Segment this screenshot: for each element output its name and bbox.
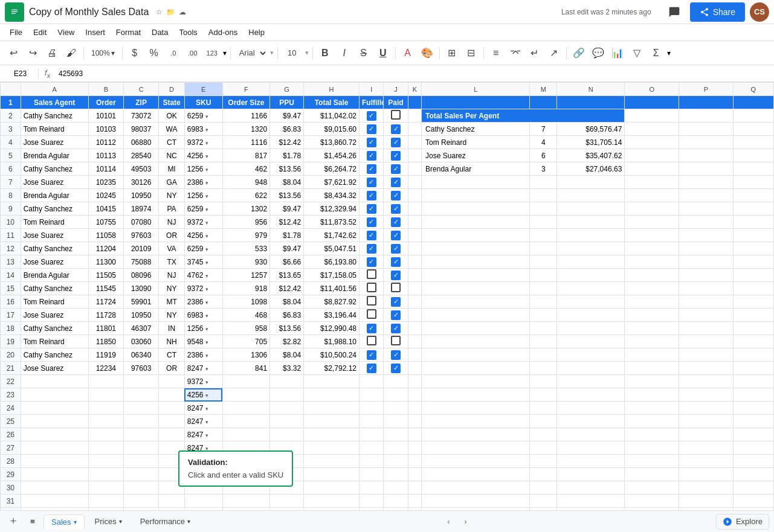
col-B-hdr[interactable]: Order	[88, 96, 123, 109]
cell-order-size[interactable]: 622	[222, 189, 269, 202]
tab-performance[interactable]: Performance ▾	[132, 514, 198, 529]
col-header-D[interactable]: D	[159, 83, 185, 96]
star-icon[interactable]: ☆	[156, 8, 163, 16]
checkbox[interactable]	[391, 164, 401, 174]
cell-sku[interactable]: 9548 ▾	[184, 335, 222, 348]
cell-zip[interactable]: 59901	[123, 295, 158, 309]
cell-state[interactable]: WA	[159, 123, 185, 136]
cell-state[interactable]: PA	[159, 202, 185, 216]
cell-ppu[interactable]: $2.82	[270, 335, 304, 348]
col-C-hdr[interactable]: ZIP	[123, 96, 158, 109]
cell-state[interactable]: NJ	[159, 216, 185, 229]
cell-sku[interactable]: 6983 ▾	[184, 309, 222, 322]
cell-total[interactable]: $5,047.51	[304, 242, 360, 255]
cell-sku-extra[interactable]: 8247 ▾	[184, 415, 222, 428]
cell-reference-input[interactable]	[2, 68, 39, 79]
col-H-hdr[interactable]: Total Sale	[304, 96, 360, 109]
row-header-2[interactable]: 2	[1, 109, 21, 123]
cell-order[interactable]: 11204	[88, 242, 123, 255]
cell-order-size[interactable]: 817	[222, 149, 269, 162]
cell-fulfilled[interactable]	[360, 229, 384, 242]
cell-agent[interactable]: Jose Suarez	[21, 362, 88, 375]
row-header-17[interactable]: 17	[1, 309, 21, 322]
cell-total[interactable]: $8,827.92	[304, 295, 360, 309]
cell-paid[interactable]	[384, 136, 408, 149]
cell-sku[interactable]: 4762 ▾	[184, 269, 222, 282]
checkbox[interactable]	[367, 138, 376, 147]
cell-total[interactable]: $13,860.72	[304, 136, 360, 149]
cell-zip[interactable]: 06340	[123, 348, 158, 362]
cell-total[interactable]: $12,329.94	[304, 202, 360, 216]
cell-fulfilled[interactable]	[360, 123, 384, 136]
col-header-I[interactable]: I	[360, 83, 384, 96]
checkbox[interactable]	[391, 336, 401, 345]
cell-agent[interactable]: Tom Reinard	[21, 295, 88, 309]
cell-state[interactable]: VA	[159, 242, 185, 255]
cell-paid[interactable]	[384, 348, 408, 362]
cell-order[interactable]: 11728	[88, 309, 123, 322]
cell-order-size[interactable]: 1098	[222, 295, 269, 309]
checkbox[interactable]	[391, 204, 401, 214]
fill-color-button[interactable]: 🎨	[419, 45, 436, 62]
menu-edit[interactable]: Edit	[28, 27, 51, 38]
checkbox[interactable]	[391, 257, 401, 267]
cell-sku[interactable]: 9372 ▾	[184, 282, 222, 295]
cell-order[interactable]: 10415	[88, 202, 123, 216]
menu-format[interactable]: Format	[111, 27, 146, 38]
user-avatar[interactable]: CS	[750, 2, 769, 22]
checkbox[interactable]	[367, 309, 376, 319]
row-header-31[interactable]: 31	[1, 495, 21, 508]
cell-zip[interactable]: 10950	[123, 189, 158, 202]
cell-order[interactable]: 10103	[88, 123, 123, 136]
row-header-14[interactable]: 14	[1, 269, 21, 282]
tab-scroll-left[interactable]: ‹	[442, 514, 456, 529]
cell-order-size[interactable]: 1116	[222, 136, 269, 149]
tab-scroll-right[interactable]: ›	[459, 514, 473, 529]
checkbox[interactable]	[391, 350, 401, 360]
col-header-H[interactable]: H	[304, 83, 360, 96]
link-button[interactable]: 🔗	[570, 45, 587, 62]
cell-paid[interactable]	[384, 109, 408, 123]
cell-paid[interactable]	[384, 189, 408, 202]
cell-total[interactable]: $17,158.05	[304, 269, 360, 282]
cell-state[interactable]: MI	[159, 162, 185, 176]
checkbox[interactable]	[367, 111, 376, 121]
menu-view[interactable]: View	[53, 27, 79, 38]
checkbox[interactable]	[391, 297, 401, 307]
row-header-10[interactable]: 10	[1, 216, 21, 229]
cell-state[interactable]: NY	[159, 189, 185, 202]
cell-paid[interactable]	[384, 335, 408, 348]
cell-zip[interactable]: 49503	[123, 162, 158, 176]
cell-fulfilled[interactable]	[360, 269, 384, 282]
cell-zip[interactable]: 03060	[123, 335, 158, 348]
strikethrough-button[interactable]: S	[355, 45, 372, 62]
cell-fulfilled[interactable]	[360, 255, 384, 269]
checkbox[interactable]	[367, 191, 376, 200]
checkbox[interactable]	[367, 324, 376, 333]
cell-sku[interactable]: 9372 ▾	[184, 136, 222, 149]
checkbox[interactable]	[367, 217, 376, 227]
cell-order[interactable]: 11505	[88, 269, 123, 282]
cell-order[interactable]: 11545	[88, 282, 123, 295]
cell-agent[interactable]: Jose Suarez	[21, 176, 88, 189]
cell-ppu[interactable]: $9.47	[270, 242, 304, 255]
checkbox[interactable]	[367, 178, 376, 187]
cell-paid[interactable]	[384, 309, 408, 322]
function-button[interactable]: Σ	[648, 45, 665, 62]
col-header-K[interactable]: K	[408, 83, 421, 96]
row-header-11[interactable]: 11	[1, 229, 21, 242]
cell-sku[interactable]: 2386 ▾	[184, 348, 222, 362]
cell-fulfilled[interactable]	[360, 242, 384, 255]
cell-state[interactable]: OR	[159, 229, 185, 242]
cell-order[interactable]: 10245	[88, 189, 123, 202]
cell-zip[interactable]: 28540	[123, 149, 158, 162]
checkbox[interactable]	[391, 310, 401, 320]
cell-paid[interactable]	[384, 216, 408, 229]
wrap-button[interactable]: ↵	[526, 45, 543, 62]
tab-prices[interactable]: Prices ▾	[87, 514, 130, 529]
checkbox[interactable]	[391, 124, 401, 134]
cell-agent[interactable]: Cathy Sanchez	[21, 109, 88, 123]
cell-paid[interactable]	[384, 322, 408, 335]
cell-order-size[interactable]: 1320	[222, 123, 269, 136]
checkbox[interactable]	[367, 124, 376, 134]
